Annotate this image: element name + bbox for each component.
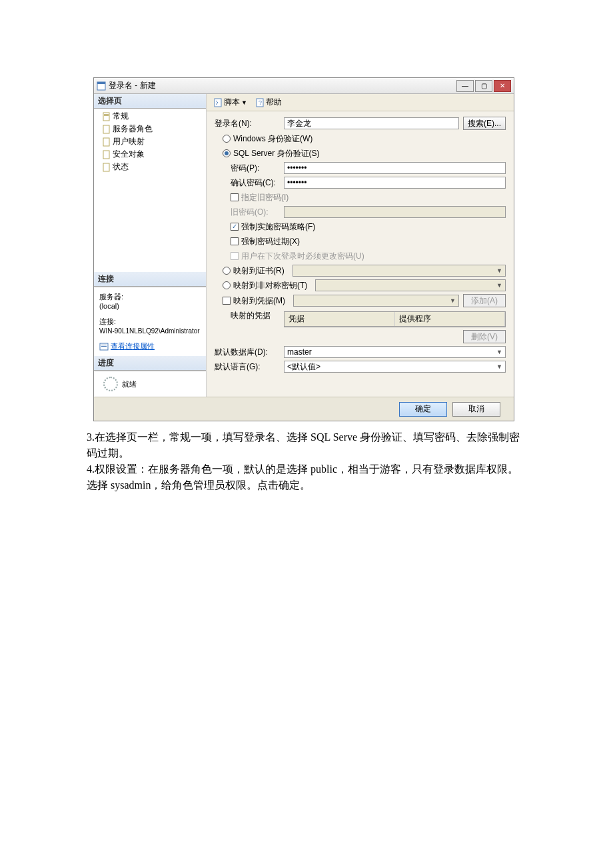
- toolbar: 脚本 ▼ ? 帮助: [207, 94, 514, 111]
- svg-rect-2: [103, 113, 109, 121]
- sidebar-item-status[interactable]: 状态: [94, 161, 206, 173]
- windows-auth-label: Windows 身份验证(W): [233, 133, 312, 145]
- progress-spinner-icon: [103, 377, 118, 391]
- sidebar-item-label: 状态: [113, 161, 129, 173]
- must-change-label: 用户在下次登录时必须更改密码(U): [241, 251, 364, 262]
- map-cert-radio[interactable]: [223, 267, 231, 275]
- sql-auth-radio[interactable]: [223, 149, 231, 157]
- map-asym-radio[interactable]: [223, 281, 231, 289]
- script-button[interactable]: 脚本 ▼: [211, 96, 250, 109]
- close-button[interactable]: ✕: [494, 80, 511, 92]
- windows-auth-radio[interactable]: [223, 135, 231, 143]
- minimize-button[interactable]: —: [456, 80, 474, 92]
- help-icon: ?: [255, 98, 265, 107]
- sidebar-item-general[interactable]: 常规: [94, 110, 206, 123]
- enforce-expiration-label: 强制密码过期(X): [241, 236, 300, 247]
- instructions-text: 3.在选择页一栏，常规一项，填写登录名、选择 SQL Serve 身份验证、填写…: [87, 429, 526, 493]
- map-asym-label: 映射到非对称密钥(T): [233, 280, 310, 291]
- cert-select: ▼: [293, 265, 506, 277]
- delete-button: 删除(V): [463, 330, 506, 343]
- svg-rect-7: [103, 151, 109, 159]
- window-icon: [97, 81, 106, 91]
- titlebar[interactable]: 登录名 - 新建 — ▢ ✕: [94, 78, 514, 94]
- progress-header: 进度: [94, 356, 206, 371]
- default-lang-label: 默认语言(G):: [215, 361, 284, 373]
- server-label: 服务器:: [99, 293, 123, 301]
- instruction-4: 4.权限设置：在服务器角色一项，默认的是选择 public，相当于游客，只有登录…: [87, 461, 526, 493]
- sidebar-item-label: 服务器角色: [113, 123, 153, 135]
- svg-rect-5: [103, 125, 109, 133]
- mapped-creds-label: 映射的凭据: [215, 310, 284, 321]
- cancel-button[interactable]: 取消: [452, 402, 500, 417]
- dialog-footer: 确定 取消: [94, 397, 514, 421]
- svg-rect-4: [104, 115, 109, 116]
- login-new-dialog: 登录名 - 新建 — ▢ ✕ 选择页 常规 服务器角色 用户映射: [93, 77, 514, 421]
- credentials-grid[interactable]: 凭据 提供程序: [284, 311, 506, 327]
- grid-col-provider: 提供程序: [395, 312, 506, 326]
- password-label: 密码(P):: [215, 163, 284, 174]
- window-title: 登录名 - 新建: [109, 80, 456, 91]
- ok-button[interactable]: 确定: [399, 402, 447, 417]
- connection-label: 连接:: [99, 317, 116, 325]
- page-icon: [102, 112, 111, 121]
- view-connection-properties-link[interactable]: 查看连接属性: [111, 342, 155, 350]
- login-name-input[interactable]: [284, 117, 459, 129]
- map-cred-label: 映射到凭据(M): [233, 295, 288, 307]
- grid-col-credential: 凭据: [285, 312, 395, 326]
- sidebar-item-label: 安全对象: [113, 149, 145, 160]
- map-cert-label: 映射到证书(R): [233, 265, 287, 277]
- password-input[interactable]: [284, 162, 506, 174]
- maximize-button[interactable]: ▢: [475, 80, 492, 92]
- svg-rect-8: [103, 163, 109, 171]
- server-value: (local): [99, 302, 119, 310]
- page-icon: [102, 163, 111, 172]
- connection-header: 连接: [94, 272, 206, 287]
- asym-select: ▼: [315, 279, 506, 291]
- sidebar-item-server-roles[interactable]: 服务器角色: [94, 123, 206, 135]
- instruction-3: 3.在选择页一栏，常规一项，填写登录名、选择 SQL Serve 身份验证、填写…: [87, 429, 526, 461]
- specify-old-password-label: 指定旧密码(I): [241, 192, 289, 203]
- default-db-label: 默认数据库(D):: [215, 347, 284, 358]
- main-panel: 脚本 ▼ ? 帮助 登录名(N): 搜索(E)... Windows 身份验证(…: [206, 94, 514, 397]
- cred-select: ▼: [293, 295, 459, 307]
- must-change-check: [231, 252, 239, 260]
- script-icon: [213, 98, 223, 107]
- svg-rect-11: [101, 346, 107, 347]
- svg-rect-10: [101, 345, 107, 345]
- connection-value: WIN-90L1NLBLQ92\Administrator: [99, 327, 200, 335]
- specify-old-password-check[interactable]: [231, 193, 239, 201]
- page-icon: [102, 150, 111, 159]
- default-db-select[interactable]: master▼: [284, 346, 506, 358]
- sql-auth-label: SQL Server 身份验证(S): [233, 148, 320, 159]
- enforce-policy-check[interactable]: [231, 223, 239, 231]
- enforce-expiration-check[interactable]: [231, 237, 239, 245]
- confirm-password-input[interactable]: [284, 177, 506, 189]
- svg-text:?: ?: [259, 99, 262, 106]
- enforce-policy-label: 强制实施密码策略(F): [241, 221, 315, 233]
- svg-rect-6: [103, 138, 109, 146]
- search-button[interactable]: 搜索(E)...: [463, 117, 506, 130]
- sidebar: 选择页 常规 服务器角色 用户映射 安全对象: [94, 94, 206, 397]
- login-name-label: 登录名(N):: [215, 118, 284, 129]
- page-icon: [102, 137, 111, 147]
- sidebar-item-user-mapping[interactable]: 用户映射: [94, 135, 206, 148]
- help-button[interactable]: ? 帮助: [253, 96, 285, 109]
- page-icon: [102, 125, 111, 134]
- map-cred-check[interactable]: [223, 297, 231, 305]
- old-password-label: 旧密码(O):: [215, 207, 284, 218]
- old-password-input: [284, 206, 506, 218]
- confirm-password-label: 确认密码(C):: [215, 177, 284, 189]
- select-page-header: 选择页: [94, 94, 206, 109]
- sidebar-item-label: 用户映射: [113, 136, 145, 147]
- svg-rect-3: [104, 114, 109, 115]
- svg-rect-1: [97, 82, 105, 84]
- sidebar-item-securables[interactable]: 安全对象: [94, 148, 206, 161]
- properties-icon: [99, 342, 109, 351]
- sidebar-item-label: 常规: [113, 111, 129, 122]
- default-lang-select[interactable]: <默认值>▼: [284, 361, 506, 373]
- add-button: 添加(A): [463, 294, 506, 307]
- progress-state: 就绪: [122, 379, 137, 389]
- dropdown-arrow-icon: ▼: [241, 99, 247, 106]
